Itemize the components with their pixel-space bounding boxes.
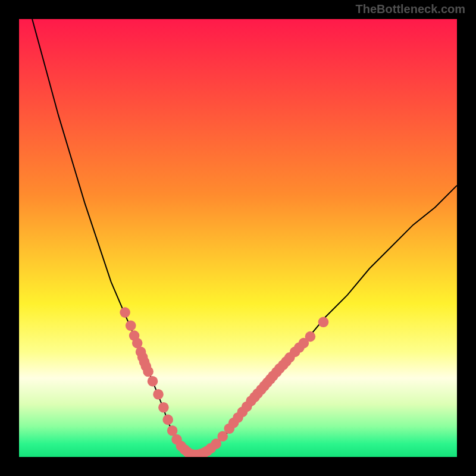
data-marker: [158, 402, 169, 413]
data-marker: [143, 367, 154, 377]
data-marker: [153, 389, 164, 400]
watermark-text: TheBottleneck.com: [356, 2, 465, 16]
data-marker: [162, 415, 173, 425]
data-marker: [120, 307, 130, 318]
bottleneck-chart: [19, 19, 457, 457]
data-marker: [148, 376, 158, 387]
data-marker: [126, 320, 136, 331]
gradient-background: [19, 19, 457, 457]
data-marker: [318, 317, 329, 328]
data-marker: [305, 331, 316, 342]
chart-canvas: [19, 19, 457, 457]
